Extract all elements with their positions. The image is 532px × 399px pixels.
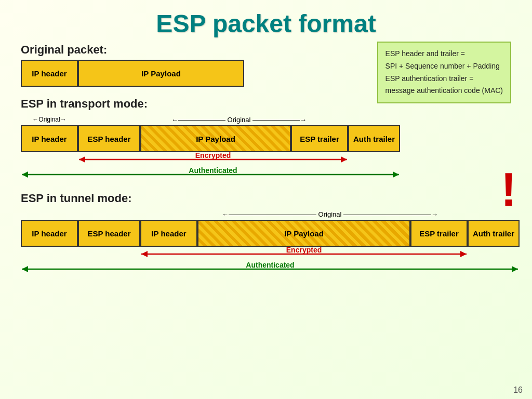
- authenticated-arrow-transport: Authenticated: [21, 167, 400, 182]
- authenticated-arrow-tunnel: Authenticated: [21, 261, 520, 277]
- svg-marker-1: [79, 156, 85, 163]
- esp-header-tunnel: ESP header: [78, 220, 140, 247]
- svg-marker-14: [512, 266, 518, 272]
- ip-header-transport: IP header: [21, 125, 78, 152]
- auth-trailer-transport: Auth trailer: [348, 125, 400, 152]
- svg-marker-2: [341, 156, 347, 163]
- svg-marker-13: [22, 266, 28, 272]
- svg-text:Encrypted: Encrypted: [195, 152, 231, 159]
- svg-marker-10: [460, 251, 467, 257]
- ip-payload-tunnel: IP Payload: [197, 220, 410, 247]
- ip-header-inner-tunnel: IP header: [140, 220, 197, 247]
- page-title: ESP packet format: [0, 0, 532, 43]
- info-line3: ESP authentication trailer =: [385, 73, 503, 85]
- auth-trailer-tunnel: Auth trailer: [468, 220, 520, 247]
- ip-header-tunnel: IP header: [21, 220, 78, 247]
- info-line4: message authentication code (MAC): [385, 85, 503, 97]
- exclamation-mark: !: [501, 166, 516, 213]
- ip-header-orig: IP header: [21, 60, 78, 87]
- esp-trailer-transport: ESP trailer: [291, 125, 348, 152]
- esp-trailer-tunnel: ESP trailer: [410, 220, 468, 247]
- ip-payload-orig: IP Payload: [78, 60, 244, 87]
- ip-payload-transport: IP Payload: [140, 125, 291, 152]
- esp-header-transport: ESP header: [78, 125, 140, 152]
- info-box: ESP header and trailer = SPI + Sequence …: [377, 42, 511, 103]
- original-right-bracket: ←——————— Original ———————→: [171, 116, 307, 124]
- svg-marker-9: [141, 251, 148, 257]
- svg-text:Authenticated: Authenticated: [189, 167, 237, 175]
- encrypted-arrow-transport: Encrypted: [21, 152, 400, 167]
- svg-marker-5: [22, 171, 28, 178]
- info-line2: SPI + Sequence number + Padding: [385, 60, 503, 73]
- svg-marker-6: [393, 171, 399, 178]
- tunnel-original-bracket: ←————————————— Original —————————————→: [222, 210, 438, 218]
- original-left-bracket: ←Original→: [32, 116, 66, 123]
- tunnel-mode-label: ESP in tunnel mode:: [21, 192, 511, 205]
- page-number: 16: [513, 385, 523, 395]
- info-line1: ESP header and trailer =: [385, 48, 503, 60]
- encrypted-arrow-tunnel: Encrypted: [21, 247, 520, 261]
- svg-text:Encrypted: Encrypted: [286, 247, 322, 254]
- svg-text:Authenticated: Authenticated: [246, 261, 294, 269]
